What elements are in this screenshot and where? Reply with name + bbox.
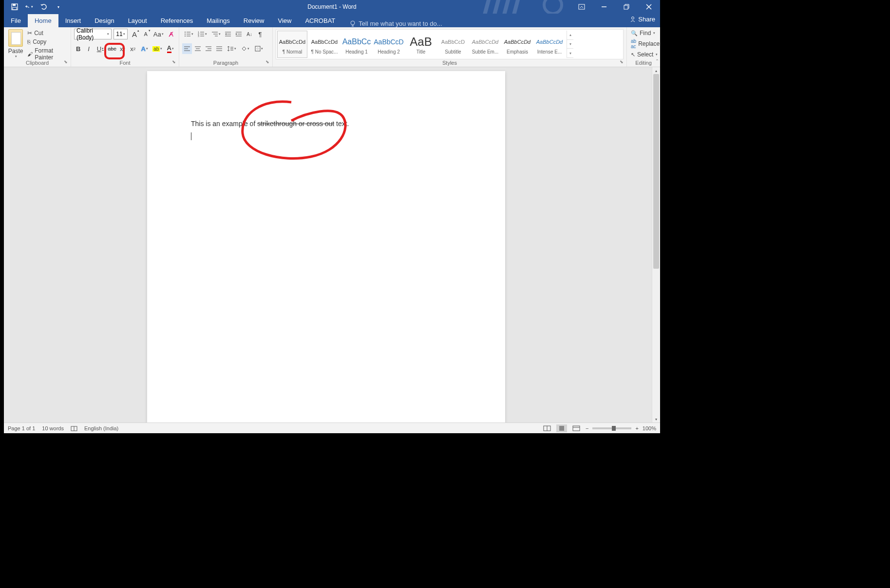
tab-view[interactable]: View <box>271 14 298 27</box>
language-status[interactable]: English (India) <box>84 425 118 431</box>
font-name-combo[interactable]: Calibri (Body)▾ <box>74 29 112 39</box>
tab-insert[interactable]: Insert <box>58 14 88 27</box>
tab-file[interactable]: File <box>4 14 28 27</box>
align-left-button[interactable] <box>182 43 192 54</box>
web-layout-button[interactable] <box>571 424 582 432</box>
collapse-ribbon-button[interactable]: ˆ <box>656 59 658 66</box>
style-no-spacing[interactable]: AaBbCcDd¶ No Spac... <box>309 31 340 58</box>
font-dialog-launcher[interactable]: ⬊ <box>172 59 178 65</box>
style-normal[interactable]: AaBbCcDd¶ Normal <box>277 31 307 58</box>
styles-dialog-launcher[interactable]: ⬊ <box>620 59 625 65</box>
replace-button[interactable]: abacReplace <box>630 38 657 50</box>
tab-design[interactable]: Design <box>88 14 121 27</box>
customize-qat-button[interactable]: ▾ <box>55 3 62 11</box>
text-effects-button[interactable]: A▾ <box>139 43 151 54</box>
document-text[interactable]: This is an example of strikethrough or c… <box>191 120 349 128</box>
cut-button[interactable]: ✂Cut <box>26 29 68 37</box>
tab-references[interactable]: References <box>154 14 200 27</box>
select-button[interactable]: ↖Select▾ <box>630 51 657 58</box>
shading-button[interactable]: ▾ <box>239 43 251 54</box>
format-painter-button[interactable]: 🖌Format Painter <box>26 47 68 61</box>
copy-button[interactable]: ⎘Copy <box>26 38 68 46</box>
line-spacing-icon <box>227 46 234 52</box>
style-preview: AaBbCcD <box>374 35 403 49</box>
document-area[interactable]: This is an example of strikethrough or c… <box>4 67 660 423</box>
numbering-button[interactable]: 123▾ <box>196 29 208 39</box>
scrollbar-thumb[interactable] <box>653 74 659 269</box>
change-case-button[interactable]: Aa▾ <box>152 29 165 39</box>
page[interactable]: This is an example of strikethrough or c… <box>147 71 505 423</box>
close-button[interactable] <box>638 0 660 14</box>
zoom-out-button[interactable]: − <box>586 425 588 431</box>
svg-rect-2 <box>13 7 17 10</box>
strikethrough-button[interactable]: abc <box>108 43 116 54</box>
svg-text:3: 3 <box>198 35 199 37</box>
tab-mailings[interactable]: Mailings <box>200 14 237 27</box>
justify-button[interactable] <box>214 43 224 54</box>
svg-point-13 <box>351 21 355 25</box>
minimize-button[interactable] <box>593 0 615 14</box>
tell-me-search[interactable]: Tell me what you want to do... <box>350 20 442 27</box>
shrink-font-button[interactable]: A▾ <box>141 29 151 39</box>
tab-layout[interactable]: Layout <box>121 14 154 27</box>
style-heading-2[interactable]: AaBbCcDHeading 2 <box>374 31 404 58</box>
multilevel-list-button[interactable]: ▾ <box>209 29 222 39</box>
save-button[interactable] <box>11 3 19 11</box>
undo-button[interactable]: ▾ <box>25 3 33 11</box>
style-heading-1[interactable]: AaBbCcHeading 1 <box>341 31 372 58</box>
styles-scroll-down[interactable]: ▾ <box>567 40 573 49</box>
justify-icon <box>216 46 223 52</box>
font-size-combo[interactable]: 11▾ <box>114 29 128 39</box>
style-subtle-emphasis[interactable]: AaBbCcDdSubtle Em... <box>470 31 500 58</box>
style-name: ¶ Normal <box>283 49 302 55</box>
paragraph-dialog-launcher[interactable]: ⬊ <box>265 59 271 65</box>
bullets-button[interactable]: ▾ <box>182 29 195 39</box>
underline-button[interactable]: U▾ <box>95 43 106 54</box>
superscript-button[interactable]: x2 <box>129 43 137 54</box>
clear-formatting-button[interactable]: A̸ <box>167 29 176 39</box>
clipboard-dialog-launcher[interactable]: ⬊ <box>64 59 70 65</box>
scroll-down-button[interactable]: ▾ <box>652 416 660 423</box>
subscript-button[interactable]: x2 <box>118 43 127 54</box>
share-button[interactable]: Share <box>629 16 655 23</box>
decrease-indent-button[interactable] <box>223 29 233 39</box>
ribbon-display-options-button[interactable] <box>570 0 593 14</box>
borders-button[interactable]: ▾ <box>252 43 265 54</box>
zoom-in-button[interactable]: + <box>635 425 638 431</box>
zoom-slider[interactable] <box>592 427 631 429</box>
vertical-scrollbar[interactable]: ▴ ▾ <box>652 67 660 423</box>
style-intense-emphasis[interactable]: AaBbCcDdIntense E... <box>534 31 565 58</box>
redo-button[interactable] <box>40 3 48 11</box>
restore-button[interactable] <box>615 0 638 14</box>
align-right-button[interactable] <box>204 43 213 54</box>
style-subtitle[interactable]: AaBbCcDSubtitle <box>438 31 468 58</box>
tab-review[interactable]: Review <box>237 14 271 27</box>
tab-acrobat[interactable]: ACROBAT <box>298 14 342 27</box>
zoom-level[interactable]: 100% <box>643 425 656 431</box>
styles-more[interactable]: ▾ <box>567 49 573 58</box>
styles-scroll-up[interactable]: ▴ <box>567 31 573 40</box>
bold-button[interactable]: B <box>74 43 82 54</box>
sort-button[interactable]: A↓ <box>245 29 254 39</box>
line-spacing-button[interactable]: ▾ <box>225 43 238 54</box>
font-color-button[interactable]: A▾ <box>165 43 176 54</box>
word-count-status[interactable]: 10 words <box>42 425 64 431</box>
find-button[interactable]: 🔍Find▾ <box>630 29 657 37</box>
style-title[interactable]: AaBTitle <box>406 31 436 58</box>
spell-check-status[interactable] <box>71 425 77 431</box>
format-painter-label: Format Painter <box>35 47 67 61</box>
zoom-slider-thumb[interactable] <box>612 426 616 431</box>
scroll-up-button[interactable]: ▴ <box>652 67 660 74</box>
increase-indent-button[interactable] <box>234 29 244 39</box>
page-number-status[interactable]: Page 1 of 1 <box>8 425 35 431</box>
tab-home[interactable]: Home <box>28 14 58 27</box>
grow-font-button[interactable]: A▴ <box>130 29 139 39</box>
read-mode-button[interactable] <box>542 424 552 432</box>
style-emphasis[interactable]: AaBbCcDdEmphasis <box>502 31 532 58</box>
show-marks-button[interactable]: ¶ <box>255 29 265 39</box>
print-layout-button[interactable] <box>556 424 567 432</box>
window-controls <box>570 0 660 14</box>
highlight-button[interactable]: ab▾ <box>152 43 163 54</box>
italic-button[interactable]: I <box>84 43 93 54</box>
align-center-button[interactable] <box>193 43 203 54</box>
